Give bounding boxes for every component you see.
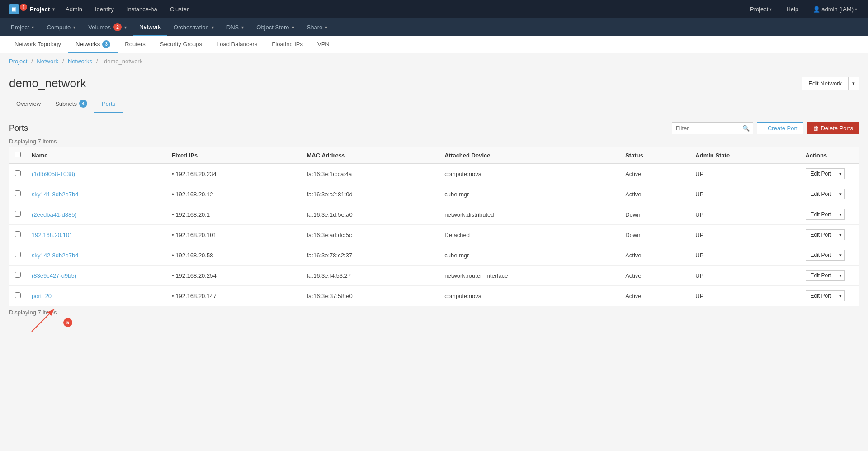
table-row: (1dfb9058-1038)192.168.20.234fa:16:3e:1c… bbox=[9, 164, 859, 184]
nav-cluster[interactable]: Cluster bbox=[164, 0, 195, 18]
subnets-badge: 4 bbox=[79, 100, 87, 108]
create-port-button[interactable]: + Create Port bbox=[757, 122, 804, 134]
tab-load-balancers[interactable]: Load Balancers bbox=[209, 36, 264, 53]
row-checkbox-6[interactable] bbox=[15, 292, 21, 298]
nav-admin[interactable]: Admin bbox=[59, 0, 89, 18]
edit-port-dropdown-5[interactable]: ▾ bbox=[836, 270, 845, 281]
edit-port-group-5: Edit Port ▾ bbox=[806, 270, 854, 281]
search-icon: 🔍 bbox=[742, 125, 750, 132]
top-nav-right: Project ▾ Help 👤 admin (IAM) ▾ bbox=[744, 0, 863, 18]
nav-volumes[interactable]: Volumes 2 ▾ bbox=[82, 18, 133, 36]
row-checkbox-5[interactable] bbox=[15, 272, 21, 278]
annotation-badge: 5 bbox=[63, 318, 72, 327]
nav-network[interactable]: Network bbox=[133, 18, 167, 36]
tab-overview[interactable]: Overview bbox=[9, 95, 48, 113]
header-attached-device: Attached Device bbox=[439, 147, 620, 164]
delete-ports-button[interactable]: 🗑 Delete Ports bbox=[807, 122, 859, 134]
port-name-4[interactable]: sky142-8db2e7b4 bbox=[32, 252, 78, 259]
third-nav: Network Topology Networks 3 Routers Secu… bbox=[0, 36, 868, 53]
breadcrumb-network[interactable]: Network bbox=[37, 58, 58, 65]
project-label: Project bbox=[30, 6, 50, 13]
edit-port-dropdown-6[interactable]: ▾ bbox=[836, 290, 845, 301]
edit-port-button-2[interactable]: Edit Port bbox=[806, 209, 836, 220]
displaying-info-bottom: Displaying 7 items bbox=[9, 309, 57, 316]
tab-network-topology[interactable]: Network Topology bbox=[7, 36, 68, 53]
ports-title: Ports bbox=[9, 123, 28, 133]
nav-help[interactable]: Help bbox=[780, 6, 805, 13]
edit-port-group-1: Edit Port ▾ bbox=[806, 189, 854, 199]
tab-subnets[interactable]: Subnets 4 bbox=[48, 95, 94, 113]
edit-port-button-6[interactable]: Edit Port bbox=[806, 290, 836, 301]
edit-port-button-0[interactable]: Edit Port bbox=[806, 168, 836, 179]
row-checkbox-3[interactable] bbox=[15, 231, 21, 237]
tab-vpn[interactable]: VPN bbox=[310, 36, 337, 53]
nav-admin-user[interactable]: 👤 admin (IAM) ▾ bbox=[807, 6, 863, 13]
table-row: sky142-8db2e7b4192.168.20.58fa:16:3e:78:… bbox=[9, 245, 859, 266]
port-name-1[interactable]: sky141-8db2e7b4 bbox=[32, 191, 78, 198]
table-row: sky141-8db2e7b4192.168.20.12fa:16:3e:a2:… bbox=[9, 184, 859, 204]
nav-compute[interactable]: Compute ▾ bbox=[40, 18, 82, 36]
edit-port-group-3: Edit Port ▾ bbox=[806, 229, 854, 240]
nav-orchestration[interactable]: Orchestration ▾ bbox=[167, 18, 220, 36]
edit-port-dropdown-0[interactable]: ▾ bbox=[836, 168, 845, 179]
table-header-row: Name Fixed IPs MAC Address Attached Devi… bbox=[9, 147, 859, 164]
nav-dns[interactable]: DNS ▾ bbox=[220, 18, 250, 36]
port-name-5[interactable]: (83e9c427-d9b5) bbox=[32, 272, 76, 279]
tab-floating-ips[interactable]: Floating IPs bbox=[264, 36, 310, 53]
edit-network-group: Edit Network ▾ bbox=[802, 77, 859, 90]
edit-port-dropdown-3[interactable]: ▾ bbox=[836, 229, 845, 240]
breadcrumb-project[interactable]: Project bbox=[9, 58, 27, 65]
nav-object-store[interactable]: Object Store ▾ bbox=[250, 18, 300, 36]
header-name: Name bbox=[26, 147, 166, 164]
page-header: demo_network Edit Network ▾ bbox=[0, 69, 868, 95]
table-row: (2eedba41-d885)192.168.20.1fa:16:3e:1d:5… bbox=[9, 204, 859, 225]
edit-port-button-5[interactable]: Edit Port bbox=[806, 270, 836, 281]
ports-actions: 🔍 + Create Port 🗑 Delete Ports bbox=[672, 122, 859, 134]
nav-project-dropdown[interactable]: Project ▾ bbox=[5, 18, 40, 36]
edit-port-dropdown-4[interactable]: ▾ bbox=[836, 250, 845, 261]
edit-port-button-1[interactable]: Edit Port bbox=[806, 189, 836, 199]
tab-ports[interactable]: Ports bbox=[94, 95, 123, 113]
breadcrumb-networks[interactable]: Networks bbox=[68, 58, 92, 65]
edit-port-button-3[interactable]: Edit Port bbox=[806, 229, 836, 240]
nav-project-right[interactable]: Project ▾ bbox=[744, 6, 778, 13]
tab-routers[interactable]: Routers bbox=[118, 36, 153, 53]
row-checkbox-2[interactable] bbox=[15, 211, 21, 217]
port-name-3[interactable]: 192.168.20.101 bbox=[32, 232, 72, 238]
cube-icon: ▣ bbox=[9, 4, 19, 14]
tab-security-groups[interactable]: Security Groups bbox=[153, 36, 209, 53]
edit-port-group-6: Edit Port ▾ bbox=[806, 290, 854, 301]
networks-badge: 3 bbox=[102, 40, 110, 48]
main-content: Ports 🔍 + Create Port 🗑 Delete Ports Dis… bbox=[0, 113, 868, 451]
ports-table: Name Fixed IPs MAC Address Attached Devi… bbox=[9, 147, 859, 306]
ports-section-header: Ports 🔍 + Create Port 🗑 Delete Ports bbox=[9, 122, 859, 134]
select-all-checkbox[interactable] bbox=[15, 152, 21, 157]
second-nav: Project ▾ Compute ▾ Volumes 2 ▾ Network … bbox=[0, 18, 868, 36]
trash-icon: 🗑 bbox=[813, 125, 819, 132]
tab-networks[interactable]: Networks 3 bbox=[68, 36, 118, 53]
nav-identity[interactable]: Identity bbox=[89, 0, 120, 18]
filter-wrap: 🔍 bbox=[672, 122, 753, 134]
port-name-6[interactable]: port_20 bbox=[32, 293, 52, 299]
nav-share[interactable]: Share ▾ bbox=[301, 18, 334, 36]
brand-logo[interactable]: ▣ 1 Project ▾ bbox=[5, 0, 59, 18]
edit-port-dropdown-2[interactable]: ▾ bbox=[836, 209, 845, 220]
port-name-0[interactable]: (1dfb9058-1038) bbox=[32, 171, 75, 177]
edit-network-dropdown[interactable]: ▾ bbox=[848, 77, 859, 90]
edit-port-group-0: Edit Port ▾ bbox=[806, 168, 854, 179]
row-checkbox-0[interactable] bbox=[15, 170, 21, 176]
row-checkbox-4[interactable] bbox=[15, 252, 21, 257]
edit-network-button[interactable]: Edit Network bbox=[802, 77, 848, 90]
row-checkbox-1[interactable] bbox=[15, 190, 21, 196]
edit-port-group-4: Edit Port ▾ bbox=[806, 250, 854, 261]
bottom-info-area: Displaying 7 items 5 bbox=[9, 309, 57, 318]
edit-port-group-2: Edit Port ▾ bbox=[806, 209, 854, 220]
header-checkbox-col bbox=[9, 147, 27, 164]
top-nav-items: Admin Identity Instance-ha Cluster bbox=[59, 0, 744, 18]
content-tabs: Overview Subnets 4 Ports bbox=[0, 95, 868, 113]
filter-input[interactable] bbox=[672, 122, 753, 134]
port-name-2[interactable]: (2eedba41-d885) bbox=[32, 211, 77, 218]
edit-port-dropdown-1[interactable]: ▾ bbox=[836, 189, 845, 199]
nav-instance-ha[interactable]: Instance-ha bbox=[120, 0, 164, 18]
edit-port-button-4[interactable]: Edit Port bbox=[806, 250, 836, 261]
